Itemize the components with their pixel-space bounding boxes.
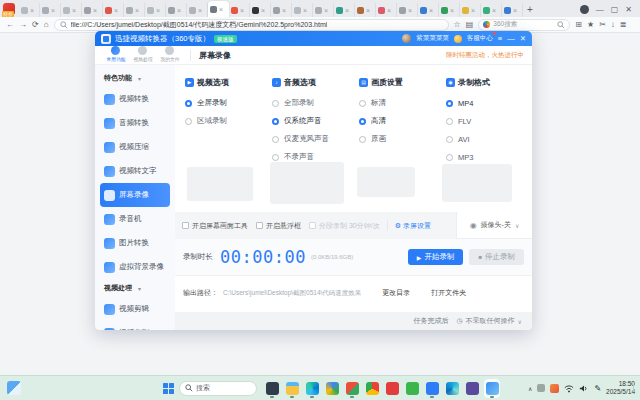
tab-close-icon[interactable]: × bbox=[198, 7, 202, 14]
tab-close-icon[interactable]: × bbox=[303, 7, 307, 14]
stop-record-button[interactable]: ■停止录制 bbox=[469, 249, 524, 265]
radio-icon[interactable] bbox=[446, 154, 453, 161]
refresh-icon[interactable]: ⟳ bbox=[32, 20, 39, 30]
start-record-button[interactable]: ▶开始录制 bbox=[408, 249, 464, 265]
tab-close-icon[interactable]: × bbox=[513, 7, 517, 14]
tab-close-icon[interactable]: × bbox=[114, 7, 118, 14]
taskbar-app-icon[interactable] bbox=[484, 379, 500, 398]
record-settings-link[interactable]: ⚙ 录屏设置 bbox=[395, 221, 431, 231]
tab-close-icon[interactable]: × bbox=[156, 7, 160, 14]
tab-close-icon[interactable]: × bbox=[240, 7, 244, 14]
radio-option[interactable]: 仅麦克风声音 bbox=[272, 130, 359, 148]
close-icon[interactable]: ✕ bbox=[625, 5, 632, 14]
browser-tab[interactable]: × bbox=[334, 3, 355, 17]
browser-tab[interactable]: × bbox=[61, 3, 82, 17]
sidebar-item[interactable]: 虚拟背景录像 ▾ bbox=[100, 255, 170, 279]
forward-icon[interactable]: → bbox=[19, 20, 27, 30]
tab-close-icon[interactable]: × bbox=[345, 7, 349, 14]
checkbox-icon[interactable] bbox=[182, 222, 189, 229]
sidebar-item[interactable]: 视频处理 ▾ bbox=[100, 279, 170, 297]
taskbar-app-icon[interactable] bbox=[324, 379, 340, 398]
browser-tab[interactable]: × bbox=[481, 3, 502, 17]
restore-icon[interactable]: ▢ bbox=[611, 5, 619, 14]
apps-grid-icon[interactable]: ⊞ bbox=[575, 20, 582, 29]
open-folder-link[interactable]: 打开文件夹 bbox=[431, 288, 466, 298]
browser-tab[interactable]: × bbox=[460, 3, 481, 17]
radio-icon[interactable] bbox=[446, 100, 453, 107]
browser-tab[interactable]: × bbox=[166, 3, 187, 17]
back-icon[interactable]: ← bbox=[6, 20, 14, 30]
radio-icon[interactable] bbox=[272, 136, 279, 143]
browser-profile-icon[interactable] bbox=[580, 5, 589, 14]
user-avatar[interactable] bbox=[402, 34, 411, 43]
browser-tab[interactable]: × bbox=[397, 3, 418, 17]
tab-close-icon[interactable]: × bbox=[72, 7, 76, 14]
browser-tab[interactable]: × bbox=[313, 3, 334, 17]
tab-close-icon[interactable]: × bbox=[177, 7, 181, 14]
radio-icon[interactable] bbox=[446, 136, 453, 143]
sidebar-item[interactable]: 视频分割 ▾ bbox=[100, 321, 170, 330]
browser-tab[interactable]: × bbox=[271, 3, 292, 17]
radio-icon[interactable] bbox=[446, 118, 453, 125]
tray-expand-icon[interactable]: ∧ bbox=[528, 385, 532, 392]
sidebar-panels-icon[interactable]: ≣ bbox=[620, 20, 627, 29]
browser-tab[interactable]: × bbox=[187, 3, 208, 17]
app-nav-item[interactable]: 常用功能 bbox=[103, 46, 128, 64]
tab-close-icon[interactable]: × bbox=[282, 7, 286, 14]
wifi-icon[interactable] bbox=[564, 384, 574, 393]
camera-select[interactable]: 摄像头-关 bbox=[481, 220, 511, 230]
taskbar-app-icon[interactable] bbox=[304, 379, 320, 398]
radio-option[interactable]: AVI bbox=[446, 130, 532, 148]
radio-option[interactable]: 全屏录制 bbox=[185, 94, 272, 112]
tab-close-icon[interactable]: × bbox=[219, 6, 223, 13]
taskbar-app-icon[interactable] bbox=[444, 379, 460, 398]
sidebar-item[interactable]: 音频转换 ▾ bbox=[100, 111, 170, 135]
tab-close-icon[interactable]: × bbox=[450, 7, 454, 14]
checkbox-option[interactable]: 开启屏幕画面工具 bbox=[182, 221, 248, 231]
radio-option[interactable]: MP4 bbox=[446, 94, 532, 112]
checkbox-option[interactable]: 开启悬浮框 bbox=[256, 221, 301, 231]
favorites-icon[interactable]: ★ bbox=[587, 20, 594, 29]
tab-close-icon[interactable]: × bbox=[471, 7, 475, 14]
tab-close-icon[interactable]: × bbox=[429, 7, 433, 14]
tab-close-icon[interactable]: × bbox=[135, 7, 139, 14]
browser-tab[interactable]: × bbox=[418, 3, 439, 17]
support-center-link[interactable]: 客服中心 bbox=[467, 34, 493, 43]
browser-tab[interactable]: × bbox=[355, 3, 376, 17]
sidebar-item[interactable]: 视频剪辑 ▾ bbox=[100, 297, 170, 321]
sidebar-item[interactable]: 视频压缩 ▾ bbox=[100, 135, 170, 159]
browser-tab[interactable]: × bbox=[502, 3, 523, 17]
browser-tab[interactable]: × bbox=[292, 3, 313, 17]
screenshot-scissors-icon[interactable]: ✂ bbox=[599, 20, 606, 29]
tab-close-icon[interactable]: × bbox=[408, 7, 412, 14]
new-tab-button[interactable]: + bbox=[527, 4, 533, 15]
radio-icon[interactable] bbox=[359, 100, 366, 107]
tab-close-icon[interactable]: × bbox=[324, 7, 328, 14]
tab-close-icon[interactable]: × bbox=[261, 7, 265, 14]
taskbar-app-icon[interactable] bbox=[404, 379, 420, 398]
radio-icon[interactable] bbox=[185, 100, 192, 107]
tab-close-icon[interactable]: × bbox=[492, 7, 496, 14]
sidebar-item[interactable]: 图片转换 ▾ bbox=[100, 231, 170, 255]
radio-option[interactable]: 原画 bbox=[359, 130, 446, 148]
search-box[interactable]: 360搜索 bbox=[478, 19, 570, 31]
radio-option[interactable]: 全部录制 bbox=[272, 94, 359, 112]
browser-logo-icon[interactable]: 特价 bbox=[3, 3, 15, 15]
radio-icon[interactable] bbox=[272, 118, 279, 125]
widgets-icon[interactable] bbox=[7, 381, 21, 395]
radio-option[interactable]: FLV bbox=[446, 112, 532, 130]
browser-tab[interactable]: × bbox=[19, 3, 40, 17]
browser-tab[interactable]: × bbox=[439, 3, 460, 17]
tab-close-icon[interactable]: × bbox=[51, 7, 55, 14]
address-bar[interactable]: file:///C:/Users/jumei/Desktop/截图0514/代码… bbox=[54, 19, 449, 31]
radio-option[interactable]: 标清 bbox=[359, 94, 446, 112]
taskbar-app-icon[interactable] bbox=[424, 379, 440, 398]
pen-icon[interactable]: ✎ bbox=[594, 384, 601, 393]
tray-app-icon[interactable] bbox=[537, 384, 545, 392]
app-nav-item[interactable]: 我的文件 bbox=[157, 46, 182, 64]
volume-icon[interactable] bbox=[579, 384, 589, 393]
show-desktop-button[interactable] bbox=[633, 384, 635, 392]
bookmark-star-icon[interactable]: ☆ bbox=[454, 20, 461, 29]
taskbar-app-icon[interactable] bbox=[264, 379, 280, 398]
start-button[interactable] bbox=[163, 383, 174, 394]
